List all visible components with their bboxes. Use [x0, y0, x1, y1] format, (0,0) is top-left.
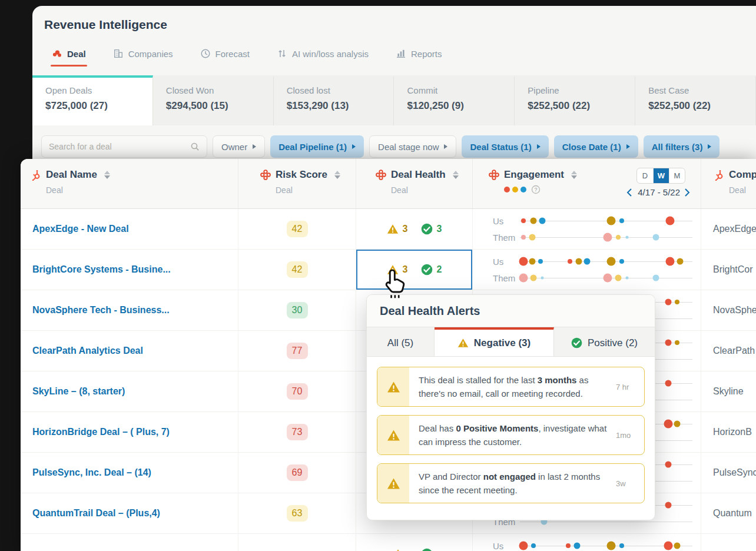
deal-health-alerts-popup: Deal Health Alerts All (5)Negative (3)Po… — [366, 294, 655, 520]
deal-name-link[interactable]: ClearPath Analytics Deal — [21, 331, 238, 371]
sort-icon — [453, 171, 459, 179]
summary-card-best-case[interactable]: Best Case$252,500 (22) — [635, 75, 756, 125]
deal-health-cell[interactable] — [356, 534, 472, 551]
summary-card-pipeline[interactable]: Pipeline$252,500 (22) — [515, 75, 635, 125]
deal-name-link[interactable]: SkyLine – (8, starter) — [21, 371, 238, 411]
engagement-track — [520, 273, 692, 283]
engagement-dot — [584, 258, 591, 265]
card-label: Best Case — [648, 85, 755, 95]
gong-flower-icon — [488, 169, 500, 181]
deal-name-link[interactable]: QuantumTrail Deal – (Plus,4) — [21, 493, 238, 533]
engagement-dot — [677, 258, 684, 265]
gong-flower-icon — [260, 169, 271, 181]
alert-timestamp: 7 hr — [616, 367, 644, 406]
alert-item[interactable]: VP and Director not engaged in last 2 mo… — [377, 463, 645, 503]
engagement-side-label: Them — [493, 233, 520, 243]
engagement-side-label: Us — [493, 216, 520, 226]
sort-icon — [571, 171, 577, 179]
deal-name-link[interactable]: ApexEdge - New Deal — [21, 209, 238, 249]
companies-icon — [113, 48, 124, 59]
chevron-right-icon — [537, 144, 541, 149]
company-name: HorizonB — [701, 412, 756, 452]
nav-tab-reports[interactable]: Reports — [396, 48, 442, 59]
summary-card-closed-lost[interactable]: Closed lost$153,290 (13) — [274, 75, 394, 125]
deal-name-link[interactable]: NovaSphere Tech - Business... — [21, 290, 238, 330]
popup-tab-positive-2-[interactable]: Positive (2) — [554, 327, 655, 356]
card-value: $294,500 (15) — [166, 100, 273, 112]
nav-tab-companies[interactable]: Companies — [113, 48, 173, 59]
deal-name-link[interactable]: BrightCore Systems - Busine... — [21, 250, 238, 290]
deal-name-link[interactable]: HorizonBridge Deal – ( Plus, 7) — [21, 412, 238, 452]
deal-name-link[interactable]: PulseSync, Inc. Deal – (14) — [21, 453, 238, 493]
engagement-dot — [519, 257, 528, 266]
summary-card-commit[interactable]: Commit$120,250 (9) — [394, 75, 515, 125]
filter-chip-deal-status-1-[interactable]: Deal Status (1) — [462, 135, 548, 158]
reports-icon — [396, 48, 406, 59]
engagement-dot — [531, 543, 536, 548]
engagement-dot — [675, 340, 679, 345]
card-value: $252,500 (22) — [648, 100, 755, 112]
popup-tab-negative-3-[interactable]: Negative (3) — [435, 327, 554, 356]
engagement-dot — [607, 217, 616, 225]
hubspot-icon — [30, 169, 42, 181]
filter-chip-deal-pipeline-1-[interactable]: Deal Pipeline (1) — [270, 135, 364, 158]
chevron-right-icon[interactable] — [684, 188, 691, 197]
filter-chip-owner[interactable]: Owner — [213, 135, 265, 158]
nav-tab-ai-win-loss-analysis[interactable]: AI win/loss analysis — [277, 48, 369, 59]
alert-item[interactable]: This deal is stalled for the last 3 mont… — [377, 367, 645, 407]
table-row[interactable]: UsThem — [21, 534, 756, 551]
risk-score-badge: 30 — [287, 302, 308, 318]
engagement-dot — [625, 277, 628, 280]
summary-card-closed-won[interactable]: Closed Won$294,500 (15) — [153, 75, 274, 125]
negative-count: 3 — [403, 224, 408, 234]
filter-chip-close-date-1-[interactable]: Close Date (1) — [554, 135, 638, 158]
table-row[interactable]: ApexEdge - New Deal4233UsThemApexEdge — [21, 209, 756, 250]
search-input[interactable]: Search for a deal — [41, 135, 207, 158]
deal-health-cell[interactable]: 32 — [356, 250, 472, 290]
engagement-dot — [541, 277, 544, 280]
chevron-left-icon[interactable] — [626, 188, 634, 197]
risk-score-badge: 70 — [287, 383, 308, 400]
engagement-dot — [568, 259, 572, 264]
engagement-dot — [530, 275, 537, 281]
sort-icon — [334, 171, 340, 179]
deal-health-cell[interactable]: 33 — [356, 209, 472, 249]
filter-chip-all-filters-3-[interactable]: All filters (3) — [644, 135, 720, 158]
engagement-dot — [519, 274, 528, 283]
period-w[interactable]: W — [653, 168, 669, 183]
date-navigation: 4/17 - 5/22 — [626, 187, 691, 197]
engagement-dot — [529, 258, 535, 265]
card-label: Commit — [407, 85, 514, 95]
check-icon — [421, 223, 433, 235]
card-label: Closed lost — [287, 85, 394, 95]
legend-dot — [504, 187, 510, 192]
engagement-dot — [674, 543, 680, 549]
engagement-dot — [604, 274, 612, 283]
risk-score-badge: 63 — [287, 505, 308, 522]
table-row[interactable]: BrightCore Systems - Busine...4232UsThem… — [21, 250, 756, 290]
column-header-engagement[interactable]: Engagement ? DWM 4/17 - 5/22 — [472, 159, 701, 208]
engagement-dot — [521, 218, 526, 223]
filter-chip-deal-stage-now[interactable]: Deal stage now — [369, 135, 456, 158]
alert-timestamp: 3w — [616, 464, 644, 503]
engagement-cell: UsThem — [472, 250, 701, 290]
alert-item[interactable]: Deal has 0 Positive Moments, investigate… — [377, 415, 645, 455]
deal-name-link[interactable] — [21, 534, 238, 551]
period-d[interactable]: D — [637, 168, 653, 183]
popup-tab-all-5-[interactable]: All (5) — [367, 327, 435, 356]
engagement-dot — [674, 421, 680, 427]
help-icon[interactable]: ? — [531, 185, 541, 194]
nav-tab-forecast[interactable]: Forecast — [200, 48, 250, 59]
nav-tab-deal[interactable]: Deal — [52, 48, 86, 59]
column-header-deal-health[interactable]: Deal Health Deal — [356, 159, 472, 208]
check-icon — [421, 548, 433, 551]
engagement-dot — [619, 218, 624, 223]
search-icon — [190, 142, 200, 151]
summary-card-open-deals[interactable]: Open Deals$725,000 (27) — [32, 75, 153, 125]
period-m[interactable]: M — [669, 168, 685, 183]
column-header-deal-name[interactable]: Deal Name Deal — [21, 159, 238, 208]
column-header-company[interactable]: Comp Deal — [701, 159, 756, 208]
column-header-risk-score[interactable]: Risk Score Deal — [238, 159, 356, 208]
engagement-side-label: Them — [493, 273, 520, 283]
engagement-dot — [616, 235, 621, 240]
